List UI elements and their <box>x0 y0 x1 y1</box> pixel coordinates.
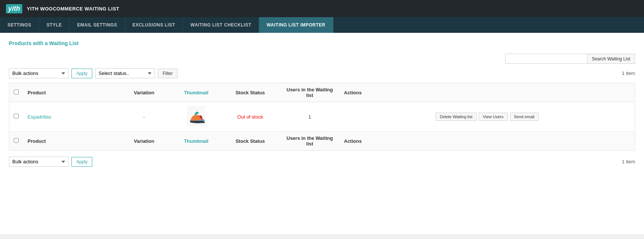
item-count-bottom: 1 item <box>622 159 635 164</box>
nav-tabs: SETTINGS STYLE EMAIL SETTINGS EXCLUSIONS… <box>0 17 644 33</box>
row-checkbox-cell <box>9 102 23 132</box>
search-waiting-list-button[interactable]: Search Waiting List <box>587 54 635 64</box>
apply-button-bottom[interactable]: Apply <box>71 157 92 167</box>
bulk-actions-select-top[interactable]: Bulk actions <box>9 68 68 78</box>
search-input[interactable] <box>505 54 587 64</box>
row-actions: Delete Waiting list View Users Send emai… <box>339 102 635 132</box>
select-all-footer-checkbox[interactable] <box>14 138 19 143</box>
delete-waiting-list-button[interactable]: Delete Waiting list <box>436 113 476 121</box>
bottom-toolbar: Bulk actions Apply 1 item <box>9 157 635 167</box>
send-email-button[interactable]: Send email <box>510 113 539 121</box>
row-checkbox[interactable] <box>14 114 19 119</box>
col-header-product: Product <box>23 83 116 102</box>
col-header-stock-status: Stock Status <box>220 83 280 102</box>
action-buttons-group: Delete Waiting list View Users Send emai… <box>344 113 630 121</box>
table-header-row: Product Variation Thumbnail Stock Status… <box>9 83 635 102</box>
col-header-actions: Actions <box>339 83 635 102</box>
row-users-count: 1 <box>280 102 339 132</box>
col-header-checkbox <box>9 83 23 102</box>
tab-settings[interactable]: SETTINGS <box>0 17 39 33</box>
page-title: Products with a Waiting List <box>9 40 635 46</box>
tab-waiting-list-importer[interactable]: WAITING LIST IMPORTER <box>259 17 333 33</box>
tab-style[interactable]: STYLE <box>39 17 70 33</box>
filter-button[interactable]: Filter <box>158 69 178 78</box>
products-table: Product Variation Thumbnail Stock Status… <box>9 83 635 151</box>
col-footer-thumbnail: Thumbnail <box>172 132 220 151</box>
view-users-button[interactable]: View Users <box>479 113 507 121</box>
tab-email-settings[interactable]: EMAIL SETTINGS <box>70 17 125 33</box>
row-thumbnail <box>172 102 220 132</box>
item-count-top: 1 item <box>622 70 635 76</box>
table-footer-header-row: Product Variation Thumbnail Stock Status… <box>9 132 635 151</box>
select-all-checkbox[interactable] <box>14 89 19 94</box>
col-header-thumbnail: Thumbnail <box>172 83 220 102</box>
col-footer-users-in-waiting: Users in the Waiting list <box>280 132 339 151</box>
col-footer-stock-status: Stock Status <box>220 132 280 151</box>
product-link[interactable]: Espadrillas <box>28 114 51 120</box>
bulk-actions-select-bottom[interactable]: Bulk actions <box>9 157 68 167</box>
col-footer-checkbox <box>9 132 23 151</box>
row-stock-status: Out of stock <box>220 102 280 132</box>
row-variation: - <box>116 102 172 132</box>
tab-waiting-list-checklist[interactable]: WAITING LIST CHECKLIST <box>183 17 259 33</box>
col-footer-actions: Actions <box>339 132 635 151</box>
product-thumbnail-svg <box>187 106 205 126</box>
yith-logo: yith <box>6 4 22 13</box>
top-bar: yith YITH WOOCOMMERCE WAITING LIST <box>0 0 644 17</box>
row-product-name: Espadrillas <box>23 102 116 132</box>
col-footer-variation: Variation <box>116 132 172 151</box>
status-select[interactable]: Select status.. <box>95 68 155 78</box>
apply-button-top[interactable]: Apply <box>71 69 92 78</box>
table-row: Espadrillas - Out of s <box>9 102 635 132</box>
col-footer-product: Product <box>23 132 116 151</box>
col-header-variation: Variation <box>116 83 172 102</box>
col-header-users-in-waiting: Users in the Waiting list <box>280 83 339 102</box>
tab-exclusions-list[interactable]: EXCLUSIONS LIST <box>125 17 183 33</box>
top-bar-title: YITH WOOCOMMERCE WAITING LIST <box>27 6 119 12</box>
top-toolbar: Bulk actions Apply Select status.. Filte… <box>9 68 635 78</box>
search-bar: Search Waiting List <box>9 54 635 64</box>
content-area: Products with a Waiting List Search Wait… <box>0 33 644 234</box>
